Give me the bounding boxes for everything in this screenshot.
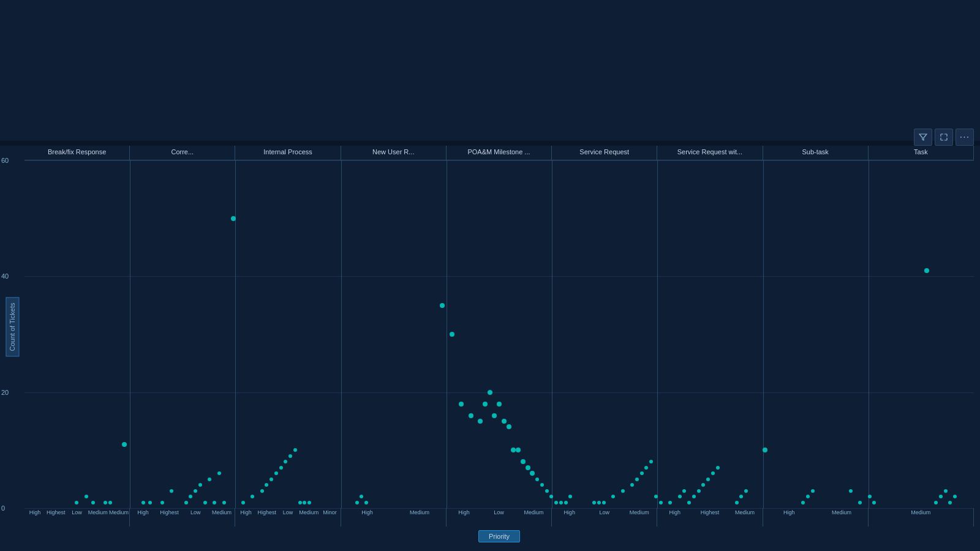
scatter-dot (701, 483, 705, 487)
scatter-dot (545, 489, 549, 493)
scatter-dot (858, 501, 862, 504)
x-label-item: Medium (108, 508, 129, 527)
scatter-dot (735, 501, 739, 504)
scatter-dot (208, 478, 211, 481)
scatter-dot (924, 268, 929, 273)
scatter-dot (284, 460, 287, 463)
scatter-dot (488, 390, 492, 395)
x-label-item: Medium (88, 508, 108, 527)
grid-line (24, 392, 974, 393)
scatter-dot (948, 501, 952, 504)
chart-container: Count of Tickets Break/fix ResponseCorre… (0, 146, 980, 551)
scatter-dot (184, 501, 188, 504)
scatter-dot (492, 413, 497, 418)
scatter-dot (554, 501, 558, 504)
scatter-dot (611, 495, 615, 498)
scatter-dot (640, 471, 644, 475)
y-tick: 0 (1, 504, 5, 512)
scatter-dot (75, 501, 78, 504)
category-header: Corre... (130, 146, 235, 160)
x-label-item: Medium (209, 508, 235, 527)
scatter-dot (122, 442, 127, 447)
scatter-dot (459, 402, 464, 407)
scatter-dot (811, 489, 815, 493)
scatter-dot (739, 495, 743, 498)
x-label-item: High (235, 508, 256, 527)
grid-lines: 0204060 (24, 160, 974, 508)
grid-line (24, 276, 974, 277)
scatter-dot (108, 501, 112, 504)
category-separator (235, 160, 236, 508)
scatter-dot (568, 495, 572, 498)
category-header: Break/fix Response (24, 146, 130, 160)
scatter-dot (540, 483, 544, 487)
scatter-dot (644, 466, 648, 470)
x-label-item: Medium (869, 508, 973, 527)
category-separator (763, 160, 764, 508)
scatter-dot (564, 501, 568, 504)
expand-button[interactable] (935, 129, 953, 146)
scatter-dot (274, 471, 278, 475)
x-label-item: High (447, 508, 481, 527)
scatter-dot (744, 489, 748, 493)
scatter-dot (189, 495, 192, 498)
category-separator (552, 160, 552, 508)
category-header: New User R... (341, 146, 447, 160)
x-label-group: HighLowMedium (552, 508, 657, 527)
x-label-item: Medium (516, 508, 551, 527)
top-area (0, 0, 980, 141)
x-label-group: HighMedium (763, 508, 869, 527)
more-button[interactable]: ··· (956, 129, 974, 146)
x-label-item: High (130, 508, 156, 527)
x-label-item: Low (587, 508, 622, 527)
scatter-dot (597, 501, 601, 504)
scatter-dot (483, 402, 488, 407)
scatter-dot (621, 489, 625, 493)
scatter-dot (692, 495, 696, 498)
scatter-dot (872, 501, 876, 504)
category-headers: Break/fix ResponseCorre...Internal Proce… (24, 146, 974, 160)
x-label-item: High (657, 508, 692, 527)
scatter-dot (270, 478, 273, 481)
x-label-item: High (341, 508, 394, 527)
x-label-group: HighMedium (341, 508, 447, 527)
toolbar: ··· (914, 129, 974, 146)
category-separator (130, 160, 130, 508)
scatter-dot (635, 478, 639, 481)
scatter-dot (213, 501, 216, 504)
scatter-dot (630, 483, 634, 487)
scatter-dot (260, 489, 264, 493)
x-label-item: Minor (319, 508, 340, 527)
x-label-item: Highest (45, 508, 66, 527)
scatter-dot (682, 489, 686, 493)
scatter-dot (953, 495, 957, 498)
category-separator (657, 160, 658, 508)
scatter-dot (521, 459, 526, 464)
y-axis-label[interactable]: Count of Tickets (0, 146, 24, 508)
y-tick: 20 (1, 389, 9, 396)
x-label-item: Highest (692, 508, 727, 527)
scatter-dot (279, 466, 283, 470)
scatter-dot (303, 501, 306, 504)
scatter-dot (868, 495, 872, 498)
y-tick: 60 (1, 157, 9, 164)
category-separator (869, 160, 869, 508)
scatter-dot (298, 501, 302, 504)
scatter-dot (241, 501, 245, 504)
scatter-dot (148, 501, 152, 504)
scatter-dot (507, 424, 511, 429)
scatter-dot (502, 419, 507, 424)
x-label-item: High (763, 508, 816, 527)
x-label-group: HighHighestLowMediumMinor (235, 508, 341, 527)
scatter-dot (364, 501, 368, 504)
scatter-dot (141, 501, 145, 504)
scatter-dot (198, 483, 202, 487)
filter-button[interactable] (914, 129, 932, 146)
category-header: Sub-task (763, 146, 869, 160)
scatter-dot (592, 501, 596, 504)
plot-area: 0204060 (24, 160, 974, 508)
x-label-item: High (24, 508, 45, 527)
scatter-dot (559, 501, 563, 504)
x-labels-row: HighHighestLowMediumMediumHighHighestLow… (24, 508, 974, 527)
category-header: Task (869, 146, 974, 160)
